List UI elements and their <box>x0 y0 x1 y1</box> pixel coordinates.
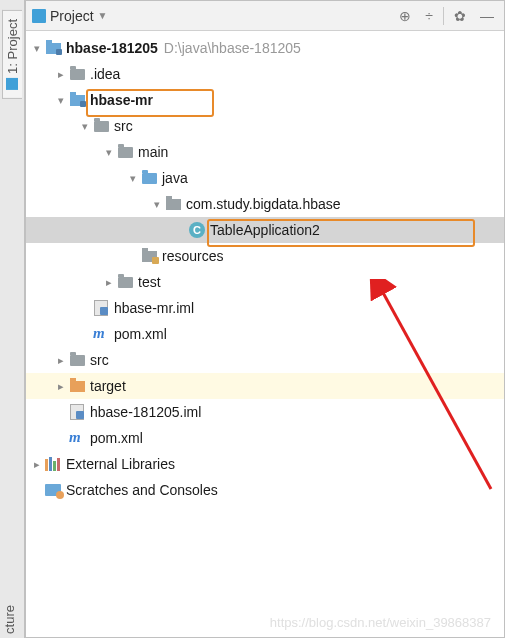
tree-row-pom[interactable]: ▸ m pom.xml <box>26 321 504 347</box>
src-label: src <box>114 118 133 134</box>
iml-file-icon <box>68 403 86 421</box>
package-label: com.study.bigdata.hbase <box>186 196 341 212</box>
project-tree[interactable]: ▾ hbase-181205 D:\java\hbase-181205 ▸ .i… <box>26 31 504 637</box>
target-label: target <box>90 378 126 394</box>
pom2-label: pom.xml <box>90 430 143 446</box>
external-label: External Libraries <box>66 456 175 472</box>
folder-icon <box>68 65 86 83</box>
project-tool-tab[interactable]: 1: Project <box>2 10 22 99</box>
tree-row-scratches[interactable]: ▸ Scratches and Consoles <box>26 477 504 503</box>
folder-icon <box>68 351 86 369</box>
project-icon <box>32 9 46 23</box>
tree-row-class[interactable]: ▸ C TableApplication2 <box>26 217 504 243</box>
expand-arrow[interactable]: ▾ <box>126 172 140 185</box>
iml2-label: hbase-181205.iml <box>90 404 201 420</box>
tree-row-package[interactable]: ▾ com.study.bigdata.hbase <box>26 191 504 217</box>
tree-row-test[interactable]: ▸ test <box>26 269 504 295</box>
project-tab-icon <box>7 78 19 90</box>
dropdown-icon: ▼ <box>98 10 108 21</box>
root-path: D:\java\hbase-181205 <box>164 40 301 56</box>
tree-row-resources[interactable]: ▸ resources <box>26 243 504 269</box>
resources-label: resources <box>162 248 223 264</box>
expand-arrow[interactable]: ▸ <box>54 354 68 367</box>
tree-row-src[interactable]: ▾ src <box>26 113 504 139</box>
structure-tool-tab[interactable]: cture <box>0 601 25 638</box>
main-label: main <box>138 144 168 160</box>
folder-icon <box>116 143 134 161</box>
src2-label: src <box>90 352 109 368</box>
project-panel: Project ▼ ⊕ ÷ ✿ — ▾ hbase-181205 D:\java… <box>25 0 505 638</box>
tree-row-src2[interactable]: ▸ src <box>26 347 504 373</box>
folder-icon <box>116 273 134 291</box>
hide-icon[interactable]: — <box>476 6 498 26</box>
hbase-mr-label: hbase-mr <box>90 92 153 108</box>
tree-row-root[interactable]: ▾ hbase-181205 D:\java\hbase-181205 <box>26 35 504 61</box>
scratches-label: Scratches and Consoles <box>66 482 218 498</box>
iml-label: hbase-mr.iml <box>114 300 194 316</box>
test-label: test <box>138 274 161 290</box>
project-toolbar: Project ▼ ⊕ ÷ ✿ — <box>26 1 504 31</box>
expand-arrow[interactable]: ▾ <box>150 198 164 211</box>
root-label: hbase-181205 <box>66 40 158 56</box>
toolbar-separator <box>443 7 444 25</box>
iml-file-icon <box>92 299 110 317</box>
module-folder-icon <box>44 39 62 57</box>
locate-icon[interactable]: ⊕ <box>395 6 415 26</box>
resources-folder-icon <box>140 247 158 265</box>
scratches-icon <box>44 481 62 499</box>
idea-label: .idea <box>90 66 120 82</box>
java-label: java <box>162 170 188 186</box>
expand-arrow[interactable]: ▾ <box>102 146 116 159</box>
tree-row-pom2[interactable]: ▸ m pom.xml <box>26 425 504 451</box>
expand-arrow[interactable]: ▾ <box>30 42 44 55</box>
module-folder-icon <box>68 91 86 109</box>
tree-row-iml2[interactable]: ▸ hbase-181205.iml <box>26 399 504 425</box>
class-label: TableApplication2 <box>210 222 320 238</box>
tree-row-java[interactable]: ▾ java <box>26 165 504 191</box>
expand-arrow[interactable]: ▸ <box>54 380 68 393</box>
source-folder-icon <box>140 169 158 187</box>
side-tab-bar: 1: Project cture <box>0 0 25 638</box>
expand-arrow[interactable]: ▸ <box>30 458 44 471</box>
maven-icon: m <box>92 325 110 343</box>
expand-arrow[interactable]: ▸ <box>102 276 116 289</box>
gear-icon[interactable]: ✿ <box>450 6 470 26</box>
tree-row-external-libs[interactable]: ▸ External Libraries <box>26 451 504 477</box>
tree-row-target[interactable]: ▸ target <box>26 373 504 399</box>
expand-arrow[interactable]: ▾ <box>78 120 92 133</box>
pom-label: pom.xml <box>114 326 167 342</box>
tree-row-iml[interactable]: ▸ hbase-mr.iml <box>26 295 504 321</box>
structure-tab-label: cture <box>0 601 19 638</box>
class-icon: C <box>188 221 206 239</box>
folder-icon <box>92 117 110 135</box>
tree-row-hbase-mr[interactable]: ▾ hbase-mr <box>26 87 504 113</box>
tree-row-idea[interactable]: ▸ .idea <box>26 61 504 87</box>
excluded-folder-icon <box>68 377 86 395</box>
expand-arrow[interactable]: ▾ <box>54 94 68 107</box>
libraries-icon <box>44 455 62 473</box>
maven-icon: m <box>68 429 86 447</box>
project-view-selector[interactable]: Project ▼ <box>32 8 389 24</box>
project-title: Project <box>50 8 94 24</box>
collapse-icon[interactable]: ÷ <box>421 6 437 26</box>
package-icon <box>164 195 182 213</box>
expand-arrow[interactable]: ▸ <box>54 68 68 81</box>
project-tab-label: 1: Project <box>5 19 20 74</box>
tree-row-main[interactable]: ▾ main <box>26 139 504 165</box>
